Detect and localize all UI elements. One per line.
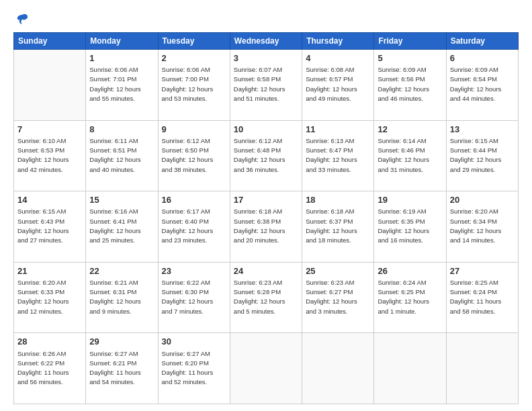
- day-number: 17: [234, 194, 298, 206]
- day-number: 14: [17, 194, 82, 206]
- calendar-header-friday: Friday: [374, 33, 446, 50]
- day-info: Sunrise: 6:07 AMSunset: 6:58 PMDaylight:…: [234, 65, 298, 103]
- day-number: 28: [17, 336, 82, 348]
- calendar-week-row: 14Sunrise: 6:15 AMSunset: 6:43 PMDayligh…: [14, 191, 519, 263]
- calendar-header-sunday: Sunday: [14, 33, 86, 50]
- calendar-day-cell: 16Sunrise: 6:17 AMSunset: 6:40 PMDayligh…: [158, 191, 230, 263]
- day-info: Sunrise: 6:09 AMSunset: 6:54 PMDaylight:…: [450, 65, 515, 103]
- calendar-day-cell: 9Sunrise: 6:12 AMSunset: 6:50 PMDaylight…: [158, 120, 230, 191]
- calendar-empty-cell: [374, 333, 446, 404]
- day-number: 29: [89, 336, 154, 348]
- calendar-day-cell: 29Sunrise: 6:27 AMSunset: 6:21 PMDayligh…: [86, 333, 158, 404]
- calendar-empty-cell: [446, 333, 518, 404]
- calendar-day-cell: 28Sunrise: 6:26 AMSunset: 6:22 PMDayligh…: [14, 333, 86, 404]
- calendar-header-wednesday: Wednesday: [230, 33, 302, 50]
- day-info: Sunrise: 6:10 AMSunset: 6:53 PMDaylight:…: [17, 136, 82, 175]
- calendar-day-cell: 19Sunrise: 6:19 AMSunset: 6:35 PMDayligh…: [374, 191, 446, 263]
- day-info: Sunrise: 6:18 AMSunset: 6:37 PMDaylight:…: [306, 207, 370, 245]
- day-number: 26: [378, 265, 442, 277]
- calendar-header-row: SundayMondayTuesdayWednesdayThursdayFrid…: [14, 33, 519, 50]
- logo-bird-icon: [15, 12, 30, 27]
- day-number: 23: [162, 265, 226, 277]
- day-number: 9: [162, 124, 226, 136]
- calendar-day-cell: 25Sunrise: 6:23 AMSunset: 6:27 PMDayligh…: [302, 262, 374, 333]
- day-info: Sunrise: 6:06 AMSunset: 7:01 PMDaylight:…: [89, 65, 154, 103]
- calendar-day-cell: 15Sunrise: 6:16 AMSunset: 6:41 PMDayligh…: [86, 191, 158, 263]
- calendar-day-cell: 27Sunrise: 6:25 AMSunset: 6:24 PMDayligh…: [446, 262, 518, 333]
- day-number: 3: [234, 52, 298, 64]
- day-number: 11: [306, 124, 370, 136]
- calendar-day-cell: 20Sunrise: 6:20 AMSunset: 6:34 PMDayligh…: [446, 191, 518, 263]
- day-info: Sunrise: 6:16 AMSunset: 6:41 PMDaylight:…: [89, 207, 154, 245]
- day-info: Sunrise: 6:13 AMSunset: 6:47 PMDaylight:…: [306, 136, 370, 175]
- day-number: 27: [450, 265, 515, 277]
- calendar-day-cell: 17Sunrise: 6:18 AMSunset: 6:38 PMDayligh…: [230, 191, 302, 263]
- day-info: Sunrise: 6:20 AMSunset: 6:33 PMDaylight:…: [17, 278, 82, 316]
- day-info: Sunrise: 6:24 AMSunset: 6:25 PMDaylight:…: [378, 278, 442, 316]
- day-number: 30: [162, 336, 226, 348]
- calendar-header-thursday: Thursday: [302, 33, 374, 50]
- calendar-header-tuesday: Tuesday: [158, 33, 230, 50]
- calendar-day-cell: 12Sunrise: 6:14 AMSunset: 6:46 PMDayligh…: [374, 120, 446, 191]
- day-number: 2: [162, 52, 226, 64]
- day-info: Sunrise: 6:15 AMSunset: 6:44 PMDaylight:…: [450, 136, 515, 175]
- day-number: 6: [450, 52, 515, 64]
- day-info: Sunrise: 6:15 AMSunset: 6:43 PMDaylight:…: [17, 207, 82, 245]
- day-info: Sunrise: 6:06 AMSunset: 7:00 PMDaylight:…: [162, 65, 226, 103]
- day-info: Sunrise: 6:22 AMSunset: 6:30 PMDaylight:…: [162, 278, 226, 316]
- day-info: Sunrise: 6:08 AMSunset: 6:57 PMDaylight:…: [306, 65, 370, 103]
- day-info: Sunrise: 6:23 AMSunset: 6:28 PMDaylight:…: [234, 278, 298, 316]
- calendar-day-cell: 14Sunrise: 6:15 AMSunset: 6:43 PMDayligh…: [14, 191, 86, 263]
- calendar-empty-cell: [230, 333, 302, 404]
- day-info: Sunrise: 6:20 AMSunset: 6:34 PMDaylight:…: [450, 207, 515, 245]
- calendar-week-row: 28Sunrise: 6:26 AMSunset: 6:22 PMDayligh…: [14, 333, 519, 404]
- day-info: Sunrise: 6:23 AMSunset: 6:27 PMDaylight:…: [306, 278, 370, 316]
- calendar-day-cell: 6Sunrise: 6:09 AMSunset: 6:54 PMDaylight…: [446, 50, 518, 121]
- calendar-day-cell: 30Sunrise: 6:27 AMSunset: 6:20 PMDayligh…: [158, 333, 230, 404]
- calendar-week-row: 21Sunrise: 6:20 AMSunset: 6:33 PMDayligh…: [14, 262, 519, 333]
- calendar-day-cell: 1Sunrise: 6:06 AMSunset: 7:01 PMDaylight…: [86, 50, 158, 121]
- day-info: Sunrise: 6:19 AMSunset: 6:35 PMDaylight:…: [378, 207, 442, 245]
- day-number: 13: [450, 124, 515, 136]
- day-info: Sunrise: 6:11 AMSunset: 6:51 PMDaylight:…: [89, 136, 154, 175]
- calendar-day-cell: 13Sunrise: 6:15 AMSunset: 6:44 PMDayligh…: [446, 120, 518, 191]
- calendar-day-cell: 3Sunrise: 6:07 AMSunset: 6:58 PMDaylight…: [230, 50, 302, 121]
- day-number: 22: [89, 265, 154, 277]
- day-number: 4: [306, 52, 370, 64]
- day-number: 5: [378, 52, 442, 64]
- day-info: Sunrise: 6:18 AMSunset: 6:38 PMDaylight:…: [234, 207, 298, 245]
- day-number: 19: [378, 194, 442, 206]
- calendar-week-row: 7Sunrise: 6:10 AMSunset: 6:53 PMDaylight…: [14, 120, 519, 191]
- calendar-empty-cell: [302, 333, 374, 404]
- calendar-day-cell: 21Sunrise: 6:20 AMSunset: 6:33 PMDayligh…: [14, 262, 86, 333]
- day-info: Sunrise: 6:27 AMSunset: 6:20 PMDaylight:…: [162, 349, 226, 387]
- calendar-day-cell: 5Sunrise: 6:09 AMSunset: 6:56 PMDaylight…: [374, 50, 446, 121]
- day-number: 10: [234, 124, 298, 136]
- day-number: 15: [89, 194, 154, 206]
- day-number: 20: [450, 194, 515, 206]
- day-info: Sunrise: 6:17 AMSunset: 6:40 PMDaylight:…: [162, 207, 226, 245]
- calendar-day-cell: 24Sunrise: 6:23 AMSunset: 6:28 PMDayligh…: [230, 262, 302, 333]
- calendar-day-cell: 8Sunrise: 6:11 AMSunset: 6:51 PMDaylight…: [86, 120, 158, 191]
- calendar-day-cell: 2Sunrise: 6:06 AMSunset: 7:00 PMDaylight…: [158, 50, 230, 121]
- day-info: Sunrise: 6:25 AMSunset: 6:24 PMDaylight:…: [450, 278, 515, 316]
- calendar-header-saturday: Saturday: [446, 33, 518, 50]
- day-info: Sunrise: 6:14 AMSunset: 6:46 PMDaylight:…: [378, 136, 442, 175]
- page: SundayMondayTuesdayWednesdayThursdayFrid…: [0, 0, 532, 411]
- calendar-day-cell: 4Sunrise: 6:08 AMSunset: 6:57 PMDaylight…: [302, 50, 374, 121]
- day-number: 18: [306, 194, 370, 206]
- calendar-table: SundayMondayTuesdayWednesdayThursdayFrid…: [13, 32, 519, 404]
- calendar-day-cell: 10Sunrise: 6:12 AMSunset: 6:48 PMDayligh…: [230, 120, 302, 191]
- calendar-header-monday: Monday: [86, 33, 158, 50]
- day-number: 25: [306, 265, 370, 277]
- day-info: Sunrise: 6:12 AMSunset: 6:48 PMDaylight:…: [234, 136, 298, 175]
- day-info: Sunrise: 6:26 AMSunset: 6:22 PMDaylight:…: [17, 349, 82, 387]
- calendar-week-row: 1Sunrise: 6:06 AMSunset: 7:01 PMDaylight…: [14, 50, 519, 121]
- calendar-day-cell: 26Sunrise: 6:24 AMSunset: 6:25 PMDayligh…: [374, 262, 446, 333]
- calendar-day-cell: 23Sunrise: 6:22 AMSunset: 6:30 PMDayligh…: [158, 262, 230, 333]
- calendar-day-cell: 11Sunrise: 6:13 AMSunset: 6:47 PMDayligh…: [302, 120, 374, 191]
- day-info: Sunrise: 6:21 AMSunset: 6:31 PMDaylight:…: [89, 278, 154, 316]
- calendar-day-cell: 22Sunrise: 6:21 AMSunset: 6:31 PMDayligh…: [86, 262, 158, 333]
- day-number: 7: [17, 124, 82, 136]
- day-number: 12: [378, 124, 442, 136]
